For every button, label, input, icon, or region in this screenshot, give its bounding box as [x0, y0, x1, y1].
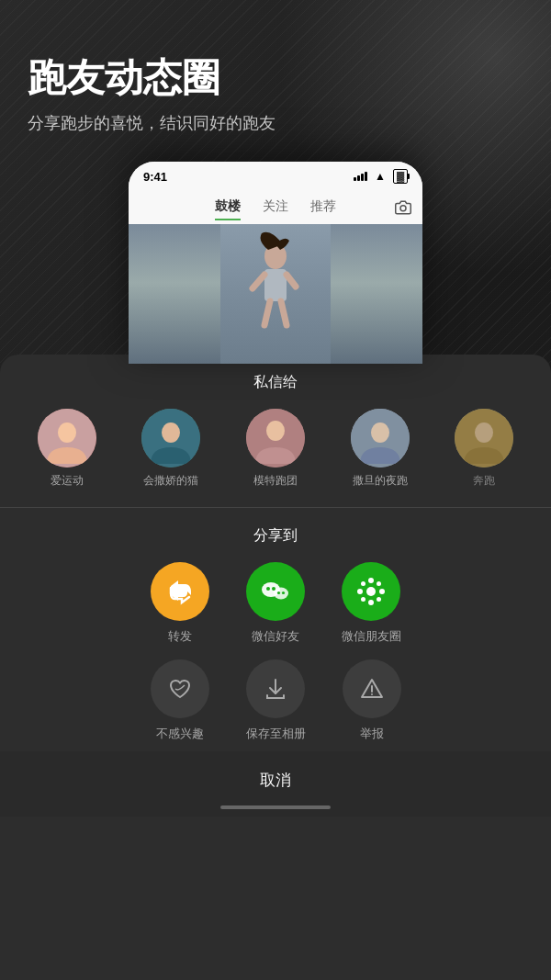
page-content: 跑友动态圈 分享跑步的喜悦，结识同好的跑友 9:41 ▲ ▓ [0, 0, 551, 980]
share-item-moments[interactable]: 微信朋友圈 [342, 562, 401, 645]
avatar [246, 409, 305, 467]
tab-recommend[interactable]: 推荐 [310, 198, 336, 220]
contact-name: 奔跑 [473, 473, 495, 489]
svg-point-27 [357, 589, 363, 594]
contacts-row: 爱运动 会撒娇的猫 模特跑团 撒旦的夜跑 [0, 409, 551, 489]
svg-point-13 [266, 421, 285, 441]
phone-time: 9:41 [143, 170, 167, 184]
contact-name: 会撒娇的猫 [143, 473, 198, 489]
svg-point-20 [266, 587, 270, 591]
action-label: 保存至相册 [246, 726, 306, 742]
page-subtitle: 分享跑步的喜悦，结识同好的跑友 [28, 112, 523, 134]
avatar [455, 409, 513, 467]
share-item-repost[interactable]: 转发 [151, 562, 209, 645]
svg-point-26 [368, 600, 374, 605]
share-icons-row: 转发 微信好友 [0, 562, 551, 645]
private-message-title: 私信给 [0, 373, 551, 392]
svg-point-32 [377, 597, 381, 602]
wechat-icon [246, 562, 305, 621]
contact-item[interactable]: 奔跑 [432, 409, 536, 489]
action-item-report[interactable]: 举报 [343, 659, 401, 742]
phone-mockup: 9:41 ▲ ▓ 鼓楼 [129, 162, 422, 364]
tab-gulou[interactable]: 鼓楼 [215, 198, 241, 220]
svg-point-0 [400, 206, 406, 211]
moments-icon [342, 562, 400, 621]
svg-point-17 [475, 422, 493, 443]
svg-point-28 [379, 589, 385, 594]
cancel-button[interactable]: 取消 [260, 766, 291, 794]
svg-point-31 [361, 597, 365, 602]
avatar [141, 409, 200, 467]
repost-icon [151, 562, 209, 621]
svg-point-21 [272, 587, 276, 591]
svg-point-24 [366, 587, 376, 596]
contact-item[interactable]: 会撒娇的猫 [119, 409, 224, 489]
action-item-not-interested[interactable]: 不感兴趣 [151, 659, 209, 742]
share-label: 微信好友 [252, 628, 299, 645]
save-icon [246, 659, 305, 718]
action-label: 不感兴趣 [156, 726, 204, 742]
bottom-sheet: 私信给 爱运动 会撒娇的猫 模特跑团 [0, 355, 551, 980]
action-section: 不感兴趣 保存至相册 [0, 659, 551, 742]
cancel-section: 取消 [0, 751, 551, 817]
phone-status-icons: ▲ ▓ [354, 169, 408, 184]
avatar [38, 409, 96, 467]
contact-item[interactable]: 撒旦的夜跑 [328, 409, 433, 489]
svg-point-30 [377, 581, 381, 586]
action-label: 举报 [360, 726, 384, 742]
svg-rect-3 [264, 269, 287, 301]
header-section: 跑友动态圈 分享跑步的喜悦，结识同好的跑友 [0, 0, 551, 152]
phone-status-bar: 9:41 ▲ ▓ [129, 162, 422, 187]
battery-icon: ▓ [393, 169, 408, 184]
share-label: 微信朋友圈 [342, 628, 401, 645]
svg-point-25 [368, 578, 374, 583]
contact-item[interactable]: 爱运动 [15, 409, 119, 489]
phone-nav: 鼓楼 关注 推荐 [129, 187, 422, 224]
svg-point-29 [361, 581, 365, 586]
signal-icon [354, 172, 367, 181]
wifi-icon: ▲ [375, 170, 386, 183]
share-item-wechat[interactable]: 微信好友 [246, 562, 305, 645]
svg-point-22 [276, 591, 279, 594]
tab-follow[interactable]: 关注 [263, 198, 288, 220]
contact-item[interactable]: 模特跑团 [223, 409, 328, 489]
contact-name: 撒旦的夜跑 [353, 473, 408, 489]
svg-point-19 [274, 588, 288, 600]
svg-point-9 [58, 422, 76, 443]
camera-button[interactable] [395, 199, 411, 220]
svg-point-15 [371, 422, 389, 443]
runner-figure [220, 224, 331, 364]
share-title: 分享到 [0, 526, 551, 546]
share-label: 转发 [168, 628, 192, 645]
phone-image-area [129, 224, 422, 364]
avatar [351, 409, 410, 467]
contact-name: 爱运动 [51, 473, 84, 489]
action-item-save[interactable]: 保存至相册 [246, 659, 306, 742]
report-icon [343, 659, 401, 718]
home-indicator [220, 805, 331, 809]
svg-point-34 [371, 693, 373, 695]
svg-point-23 [281, 591, 284, 594]
svg-point-11 [162, 422, 180, 443]
contact-name: 模特跑团 [253, 473, 298, 489]
not-interested-icon [151, 659, 209, 718]
page-title: 跑友动态圈 [28, 55, 523, 101]
divider [0, 507, 551, 508]
